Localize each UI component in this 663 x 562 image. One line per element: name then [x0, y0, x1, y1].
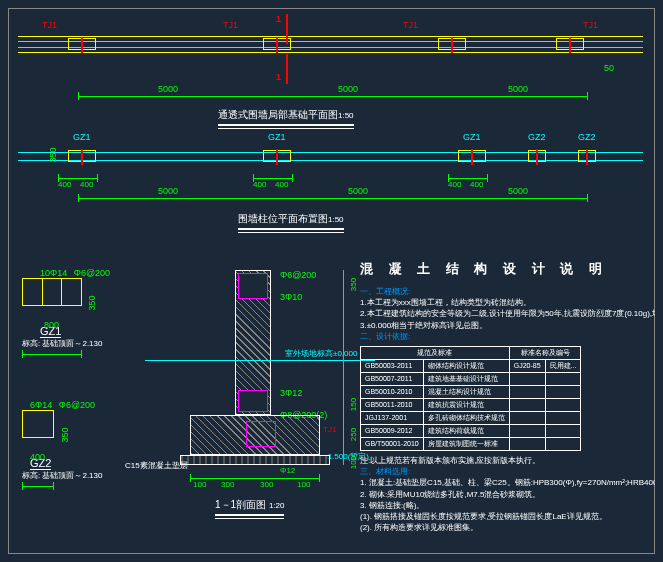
side-dim: 350	[48, 147, 58, 162]
notes-h3: 三、材料选用:	[360, 466, 655, 477]
sec-bot-bar: 3Φ12	[280, 388, 302, 398]
section-cut-bot	[286, 54, 288, 84]
gz2-rebar: 6Φ14	[30, 400, 52, 410]
tj-label-1: TJ1	[42, 20, 57, 30]
gz-lbl-2: GZ1	[268, 132, 286, 142]
gz-lbl-1: GZ1	[73, 132, 91, 142]
plan2-columns: GZ1 GZ1 GZ1 GZ2 GZ2 350 400 400 400 400 …	[18, 130, 643, 230]
dim-50: 50	[604, 63, 614, 73]
standards-table: 规范及标准标准名称及编号 GB50003-2011砌体结构设计规范GJ20-85…	[360, 346, 581, 451]
ground-elev: 室外场地标高±0.000	[285, 348, 357, 359]
dim-line-2	[78, 198, 588, 199]
gz1-box	[22, 278, 82, 306]
section-cut-top	[286, 14, 288, 44]
sec-foot-bot: Φ12	[280, 466, 295, 475]
cushion	[180, 455, 330, 465]
section-column	[235, 270, 271, 415]
gz2-elev: 标高: 基础顶面～2.130	[22, 471, 102, 480]
plan1-title: 通透式围墙局部基础平面图1:50	[218, 108, 354, 126]
dim-line-1	[78, 96, 588, 97]
sec-top-stirrup: Φ6@200	[280, 270, 316, 280]
notes-title: 混 凝 土 结 构 设 计 说 明	[360, 260, 655, 278]
design-notes: 混 凝 土 结 构 设 计 说 明 一、工程概况: 1.本工程为xxx围墙工程，…	[360, 260, 655, 533]
span-1a: 5000	[158, 84, 178, 94]
plan2-title: 围墙柱位平面布置图1:50	[238, 212, 344, 230]
section-title: 1－1剖面图 1:20	[215, 498, 284, 516]
gz-lbl-5: GZ2	[578, 132, 596, 142]
gz1-elev: 标高: 基础顶面～2.130	[22, 339, 102, 348]
gz-lbl-4: GZ2	[528, 132, 546, 142]
footing-inner	[246, 421, 276, 447]
tj-label-2: TJ1	[223, 20, 238, 30]
notes-h1: 一、工程概况:	[360, 286, 655, 297]
span-1c: 5000	[508, 84, 528, 94]
gz1-section: 10Φ14 Φ6@200 350 800 GZ1 标高: 基础顶面～2.130	[22, 268, 102, 349]
plan1-foundation: TJ1 TJ1 TJ1 TJ1 1 1 5000 5000 5000 50 通透…	[18, 18, 643, 118]
gz1-rebar: 10Φ14	[40, 268, 67, 278]
cushion-label: C15素混凝土垫层	[125, 460, 188, 471]
gz1-stirrup: Φ6@200	[74, 268, 110, 278]
tj-label-4: TJ1	[583, 20, 598, 30]
sec-top-bar: 3Φ10	[280, 292, 302, 302]
gz2-box	[22, 410, 54, 438]
gz2-stirrup: Φ6@200	[59, 400, 95, 410]
gz-lbl-3: GZ1	[463, 132, 481, 142]
gz2-section: 6Φ14 Φ6@200 350 400 GZ2 标高: 基础顶面～2.130	[22, 400, 102, 481]
tj-label-3: TJ1	[403, 20, 418, 30]
footing	[190, 415, 320, 455]
section-1-1: Φ6@200 3Φ10 室外场地标高±0.000 3Φ12 Φ8@200(2) …	[165, 270, 345, 520]
span-1b: 5000	[338, 84, 358, 94]
sec-tj: TJ1	[323, 425, 336, 434]
ground-line	[145, 360, 375, 361]
notes-h2: 二、设计依据:	[360, 331, 655, 342]
